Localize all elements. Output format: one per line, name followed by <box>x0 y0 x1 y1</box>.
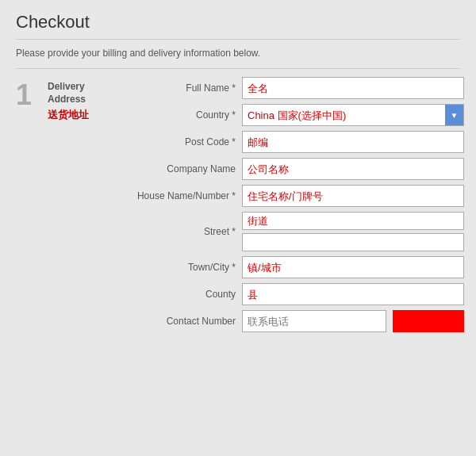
towncity-row: Town/City * <box>127 256 464 278</box>
towncity-input[interactable] <box>242 256 464 278</box>
country-select-wrapper: China 国家(选择中国) <box>242 104 464 126</box>
country-select[interactable]: China 国家(选择中国) <box>242 104 464 126</box>
country-row: Country * China 国家(选择中国) <box>127 104 464 126</box>
contact-row: Contact Number <box>127 310 464 332</box>
full-name-row: Full Name * <box>127 77 464 99</box>
section-title-zh: 送货地址 <box>48 108 111 122</box>
country-label: Country * <box>127 109 242 121</box>
section-title-block: Delivery Address 送货地址 <box>48 77 111 122</box>
full-name-input[interactable] <box>242 77 464 99</box>
full-name-label: Full Name * <box>127 82 242 94</box>
house-label: House Name/Number * <box>127 190 242 201</box>
company-input[interactable] <box>242 158 464 180</box>
street-input-1[interactable] <box>242 212 464 230</box>
contact-button[interactable] <box>393 310 464 332</box>
page-subtitle: Please provide your billing and delivery… <box>16 48 460 59</box>
street-group <box>242 212 464 251</box>
county-label: County <box>127 289 242 300</box>
house-row: House Name/Number * <box>127 185 464 207</box>
company-row: Company Name <box>127 158 464 180</box>
postcode-input[interactable] <box>242 131 464 153</box>
page-title: Checkout <box>16 12 460 33</box>
checkout-container: Checkout Please provide your billing and… <box>0 0 476 349</box>
form-area: Full Name * Country * China 国家(选择中国) P <box>127 77 464 337</box>
page-wrapper: Checkout Please provide your billing and… <box>0 0 476 456</box>
contact-label: Contact Number <box>127 316 242 327</box>
street-row: Street * <box>127 212 464 251</box>
towncity-label: Town/City * <box>127 262 242 273</box>
top-divider <box>16 39 460 40</box>
postcode-row: Post Code * <box>127 131 464 153</box>
street-input-2[interactable] <box>242 233 464 251</box>
company-label: Company Name <box>127 163 242 174</box>
section-divider <box>16 68 460 69</box>
house-input[interactable] <box>242 185 464 207</box>
section-title-en: Delivery Address <box>48 81 111 105</box>
county-input[interactable] <box>242 283 464 305</box>
street-label: Street * <box>127 226 242 237</box>
section-number: 1 <box>16 77 40 109</box>
contact-input-group <box>242 310 464 332</box>
postcode-label: Post Code * <box>127 136 242 148</box>
county-row: County <box>127 283 464 305</box>
delivery-section: 1 Delivery Address 送货地址 Full Name * Coun… <box>16 77 460 337</box>
contact-input[interactable] <box>242 310 386 332</box>
